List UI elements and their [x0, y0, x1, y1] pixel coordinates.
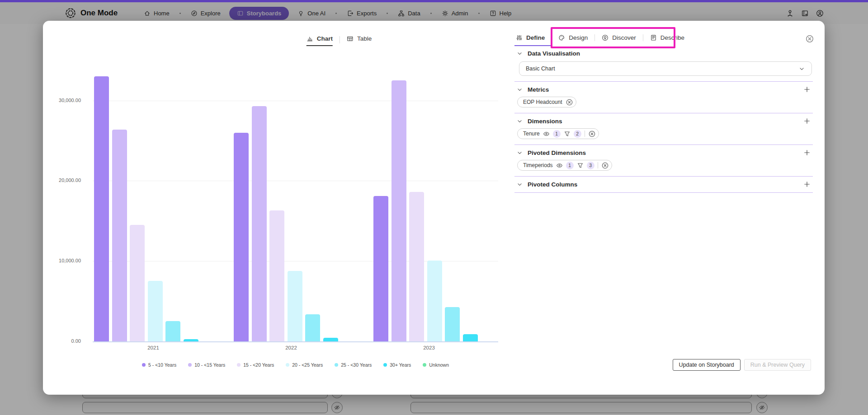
panel-tab-describe[interactable]: Describe [643, 34, 691, 46]
add-dimension-button[interactable] [803, 117, 811, 125]
remove-dimension-button[interactable] [588, 130, 596, 138]
legend-label: Unknown [429, 362, 449, 368]
bar-2023-20-25-years[interactable] [427, 261, 442, 341]
collapse-chevron-icon[interactable] [516, 50, 523, 57]
panel-tab-define[interactable]: Define [514, 34, 552, 46]
sliders-icon [516, 34, 523, 41]
chevron-down-icon [798, 65, 805, 72]
remove-pivoted-dimension-button[interactable] [601, 162, 609, 169]
discover-icon [602, 34, 609, 41]
view-tab-table[interactable]: Table [347, 35, 372, 46]
x-axis-label: 2022 [285, 345, 297, 350]
x-axis-line [93, 341, 498, 342]
pivoted-dimension-pill-timeperiods[interactable]: Timeperiods 1 3 [517, 160, 612, 171]
legend-item-10-15-years[interactable]: 10 - <15 Years [188, 362, 225, 368]
section-title: Metrics [528, 86, 549, 93]
eye-icon[interactable] [556, 162, 563, 169]
collapse-chevron-icon [516, 118, 523, 125]
pill-divider [585, 131, 585, 137]
legend-label: 25 - <30 Years [341, 362, 372, 368]
view-tab-label: Chart [317, 35, 333, 42]
add-pivoted-dimension-button[interactable] [803, 149, 811, 156]
bar-2023-30-years[interactable] [463, 334, 478, 341]
visible-count-badge: 1 [566, 162, 574, 169]
panel-tabs: DefineDesignDiscoverDescribe [514, 21, 813, 46]
legend-dot [383, 363, 387, 367]
pill-label: Timeperiods [523, 162, 553, 168]
legend-label: 20 - <25 Years [292, 362, 323, 368]
bar-2022-10-15-years[interactable] [252, 106, 267, 341]
add-pivoted-column-button[interactable] [803, 181, 811, 188]
data-visualisation-select[interactable]: Basic Chart [519, 61, 812, 76]
bar-2021-5-10-years[interactable] [94, 76, 109, 341]
metric-pill-eop-headcount[interactable]: EOP Headcount [517, 97, 576, 107]
visible-count-badge: 1 [553, 130, 561, 138]
selected-visualisation: Basic Chart [526, 65, 555, 72]
panel-tab-design[interactable]: Design [552, 34, 594, 46]
circle-x-icon [588, 130, 596, 138]
filter-icon [577, 162, 584, 169]
collapse-chevron-icon [516, 50, 523, 57]
filter-icon[interactable] [577, 162, 584, 169]
panel-tab-label: Discover [612, 34, 636, 41]
legend-dot [423, 363, 426, 367]
panel-tab-discover[interactable]: Discover [595, 34, 643, 46]
eye-icon[interactable] [543, 131, 550, 137]
chart-legend: 5 - <10 Years10 - <15 Years15 - <20 Year… [93, 362, 498, 368]
bar-2022-30-years[interactable] [323, 338, 338, 341]
bar-2021-25-30-years[interactable] [165, 321, 180, 341]
bar-2021-15-20-years[interactable] [130, 225, 145, 341]
add-dimension-button [803, 117, 811, 125]
remove-metric-button[interactable] [566, 98, 573, 106]
add-metric-button[interactable] [803, 86, 811, 93]
section-data-visualisation: Data Visualisation Basic Chart [514, 46, 813, 81]
bar-2023-5-10-years[interactable] [373, 196, 388, 341]
legend-dot [286, 363, 289, 367]
chart-table-tabs: ChartTable [307, 35, 372, 46]
filter-icon [564, 131, 571, 137]
view-tab-chart[interactable]: Chart [307, 35, 333, 46]
x-axis-label: 2021 [147, 345, 159, 350]
bar-2021-30-years[interactable] [184, 339, 198, 341]
filter-count-badge: 3 [587, 162, 594, 169]
bar-2022-20-25-years[interactable] [288, 271, 302, 341]
bar-2022-25-30-years[interactable] [305, 314, 320, 342]
filter-icon[interactable] [564, 131, 571, 137]
view-tab-label: Table [357, 35, 372, 42]
section-title: Data Visualisation [528, 50, 580, 57]
run-preview-query-button[interactable]: Run & Preview Query [744, 359, 811, 371]
panel-tab-label: Describe [660, 34, 684, 41]
close-icon [805, 34, 814, 43]
collapse-chevron-icon[interactable] [516, 149, 523, 156]
collapse-chevron-icon[interactable] [516, 118, 523, 125]
update-on-storyboard-button[interactable]: Update on Storyboard [673, 359, 741, 371]
dimension-pill-tenure[interactable]: Tenure 1 2 [517, 128, 599, 139]
bar-2022-15-20-years[interactable] [269, 210, 284, 341]
bar-2023-10-15-years[interactable] [392, 80, 406, 341]
bar-2022-5-10-years[interactable] [234, 133, 249, 341]
legend-item-5-10-years[interactable]: 5 - <10 Years [142, 362, 176, 368]
legend-label: 15 - <20 Years [243, 362, 274, 368]
y-axis-tick: 0.00 [47, 338, 81, 344]
section-metrics: Metrics EOP Headcount [514, 82, 813, 113]
close-modal-button[interactable] [805, 34, 814, 43]
pill-label: Tenure [523, 131, 540, 137]
legend-dot [142, 363, 146, 367]
legend-item-15-20-years[interactable]: 15 - <20 Years [237, 362, 274, 368]
bar-2021-10-15-years[interactable] [112, 130, 127, 341]
bar-2023-25-30-years[interactable] [445, 307, 460, 342]
legend-item-25-30-years[interactable]: 25 - <30 Years [335, 362, 372, 368]
bar-2023-15-20-years[interactable] [409, 192, 424, 341]
y-axis-tick: 30,000.00 [47, 98, 81, 103]
legend-item-20-25-years[interactable]: 20 - <25 Years [286, 362, 323, 368]
legend-item-unknown[interactable]: Unknown [423, 362, 449, 368]
section-dimensions: Dimensions Tenure 1 2 [514, 113, 813, 145]
add-pivoted-dimension-button [803, 149, 811, 156]
collapse-chevron-icon[interactable] [516, 181, 523, 188]
legend-item-30-years[interactable]: 30+ Years [383, 362, 411, 368]
collapse-chevron-icon [516, 149, 523, 156]
collapse-chevron-icon[interactable] [516, 86, 523, 93]
add-metric-button [803, 86, 811, 93]
y-axis-tick: 20,000.00 [47, 177, 81, 183]
bar-2021-20-25-years[interactable] [148, 281, 163, 341]
